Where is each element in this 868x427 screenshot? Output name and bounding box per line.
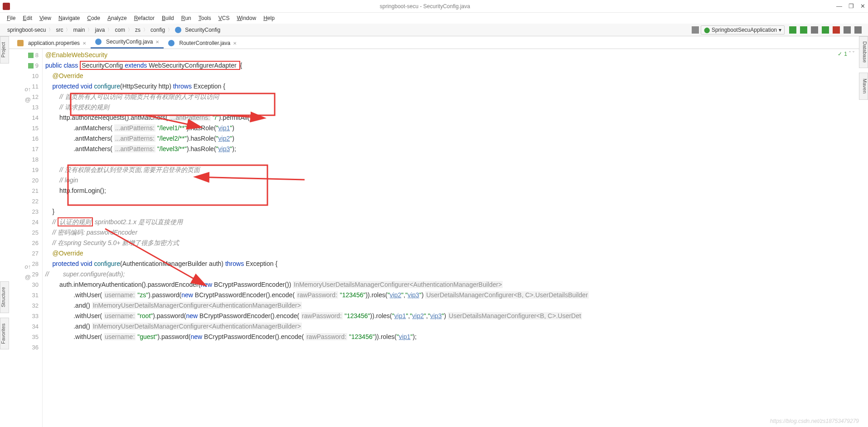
breadcrumb-seg[interactable]: java [92, 26, 107, 34]
update-icon[interactable] [844, 26, 851, 34]
search-icon[interactable] [854, 26, 862, 34]
code-line[interactable]: // 在spring Security 5.0+ 新增了很多加密方式 [43, 238, 858, 248]
code-line[interactable]: protected void configure(HttpSecurity ht… [43, 81, 858, 92]
code-line[interactable]: .withUser( username: "root").password(ne… [43, 311, 858, 321]
gutter-line: 23 [10, 206, 42, 217]
code-line[interactable]: .and() InMemoryUserDetailsManagerConfigu… [43, 321, 858, 332]
problem-count: 1 [844, 51, 847, 57]
breadcrumb-seg[interactable]: zs [132, 26, 143, 34]
code-line[interactable] [43, 342, 858, 353]
maven-tool-stub[interactable]: Maven [859, 73, 868, 100]
run-icon[interactable] [789, 26, 796, 34]
code-line[interactable]: // 首页所有人可以访问 功能页只有有权限的人才可以访问 [43, 92, 858, 102]
code-line[interactable] [43, 154, 858, 165]
code-line[interactable]: .antMatchers( ...antPatterns: "/level2/*… [43, 133, 858, 144]
chevron-down-icon[interactable]: ˇ [853, 51, 854, 57]
code-line[interactable]: public class SecurityConfig extends WebS… [43, 60, 858, 71]
menu-navigate[interactable]: Navigate [55, 14, 83, 22]
run-line-icon[interactable] [28, 53, 34, 58]
gutter-line: 10 [10, 71, 42, 81]
file-icon [95, 39, 102, 45]
menu-file[interactable]: File [4, 14, 19, 22]
gutter-line: 30 [10, 280, 42, 290]
menu-refactor[interactable]: Refactor [131, 14, 158, 22]
editor-tab[interactable]: application.properties✕ [13, 38, 91, 49]
breadcrumb-seg[interactable]: src [53, 26, 66, 34]
build-icon[interactable] [692, 26, 699, 34]
menu-window[interactable]: Window [233, 14, 259, 22]
menu-analyze[interactable]: Analyze [104, 14, 130, 22]
breadcrumb-seg[interactable]: config [148, 26, 168, 34]
window-title: springboot-secu - SecurityConfig.java [14, 3, 836, 10]
editor[interactable]: 8910o↑ @11121314151617181920212223242526… [10, 49, 858, 427]
code-line[interactable]: http.formLogin(); [43, 186, 858, 196]
chevron-up-icon[interactable]: ˆ [849, 51, 851, 57]
menu-run[interactable]: Run [178, 14, 194, 22]
editor-tab[interactable]: RouterController.java✕ [164, 38, 241, 49]
code-line[interactable]: } [43, 206, 858, 217]
structure-tool-stub[interactable]: Structure [0, 281, 9, 313]
code-line[interactable]: .antMatchers( ...antPatterns: "/level3/*… [43, 144, 858, 154]
favorites-tool-stub[interactable]: Favorites [0, 318, 9, 349]
code-line[interactable]: @Override [43, 71, 858, 81]
code-line[interactable] [43, 196, 858, 206]
menu-build[interactable]: Build [159, 14, 177, 22]
code-line[interactable]: http.authorizeRequests().antMatchers( ..… [43, 113, 858, 123]
run-config-selector[interactable]: ⬤ SpringbootSecuApplication ▾ [701, 25, 785, 34]
gutter: 8910o↑ @11121314151617181920212223242526… [10, 49, 43, 427]
editor-tab[interactable]: SecurityConfig.java✕ [91, 36, 164, 49]
close-tab-icon[interactable]: ✕ [155, 39, 159, 44]
close-tab-icon[interactable]: ✕ [233, 41, 237, 46]
code-line[interactable]: // 请求授权的规则 [43, 102, 858, 113]
app-logo-icon [3, 3, 10, 10]
menu-view[interactable]: View [36, 14, 54, 22]
menu-code[interactable]: Code [84, 14, 103, 22]
menu-help[interactable]: Help [260, 14, 278, 22]
menu-tools[interactable]: Tools [195, 14, 214, 22]
gutter-line: 18 [10, 154, 42, 165]
code-line[interactable]: // login [43, 175, 858, 186]
project-tool-stub[interactable]: Project [0, 36, 9, 64]
code-line[interactable]: // 认证的规则 sprintboot2.1.x 是可以直接使用 [43, 217, 858, 227]
gutter-line: 31 [10, 290, 42, 300]
override-icon[interactable]: o↑ @ [25, 261, 30, 267]
breadcrumb-seg[interactable]: springboot-secu [5, 26, 48, 34]
code-line[interactable]: .and() InMemoryUserDetailsManagerConfigu… [43, 300, 858, 311]
profile-icon[interactable] [822, 26, 829, 34]
close-tab-icon[interactable]: ✕ [82, 41, 86, 46]
code-line[interactable]: .withUser( username: "zs").password(new … [43, 290, 858, 300]
debug-icon[interactable] [800, 26, 807, 34]
close-button[interactable]: ✕ [860, 3, 865, 10]
coverage-icon[interactable] [811, 26, 818, 34]
breadcrumb-seg[interactable]: com [112, 26, 128, 34]
tab-label: SecurityConfig.java [106, 39, 153, 45]
leaf-icon: ⬤ [704, 27, 710, 33]
gutter-line: 22 [10, 196, 42, 206]
maximize-button[interactable]: ❐ [849, 3, 854, 10]
breadcrumb: springboot-secu〉src〉main〉java〉com〉zs〉con… [5, 26, 223, 34]
breadcrumb-seg[interactable]: SecurityConfig [172, 26, 223, 34]
menu-vcs[interactable]: VCS [215, 14, 233, 22]
code-line[interactable]: protected void configure(AuthenticationM… [43, 259, 858, 269]
navbar: springboot-secu〉src〉main〉java〉com〉zs〉con… [0, 24, 868, 36]
menu-edit[interactable]: Edit [19, 14, 35, 22]
code-area[interactable]: @EnableWebSecuritypublic class SecurityC… [43, 49, 858, 427]
code-line[interactable]: @Override [43, 248, 858, 259]
database-tool-stub[interactable]: Database [859, 36, 868, 68]
stop-icon[interactable] [833, 26, 840, 34]
run-line-icon[interactable] [28, 63, 34, 69]
gutter-line: 8 [10, 50, 42, 60]
code-line[interactable]: .antMatchers( ...antPatterns: "/level1/*… [43, 123, 858, 133]
code-line[interactable]: auth.inMemoryAuthentication().passwordEn… [43, 280, 858, 290]
gutter-line: 35 [10, 332, 42, 342]
code-line[interactable]: .withUser( username: "guest").password(n… [43, 332, 858, 342]
window-buttons: — ❐ ✕ [836, 3, 865, 10]
minimize-button[interactable]: — [836, 3, 842, 10]
code-line[interactable]: @EnableWebSecurity [43, 50, 858, 60]
code-line[interactable]: // 密码编码: passwordEncoder [43, 227, 858, 238]
code-line[interactable]: // 没有权限会默认到登录页面,需要开启登录的页面 [43, 165, 858, 175]
override-icon[interactable]: o↑ @ [25, 84, 30, 89]
breadcrumb-seg[interactable]: main [70, 26, 87, 34]
gutter-line: 33 [10, 311, 42, 321]
code-line[interactable]: // super.configure(auth); [43, 269, 858, 280]
